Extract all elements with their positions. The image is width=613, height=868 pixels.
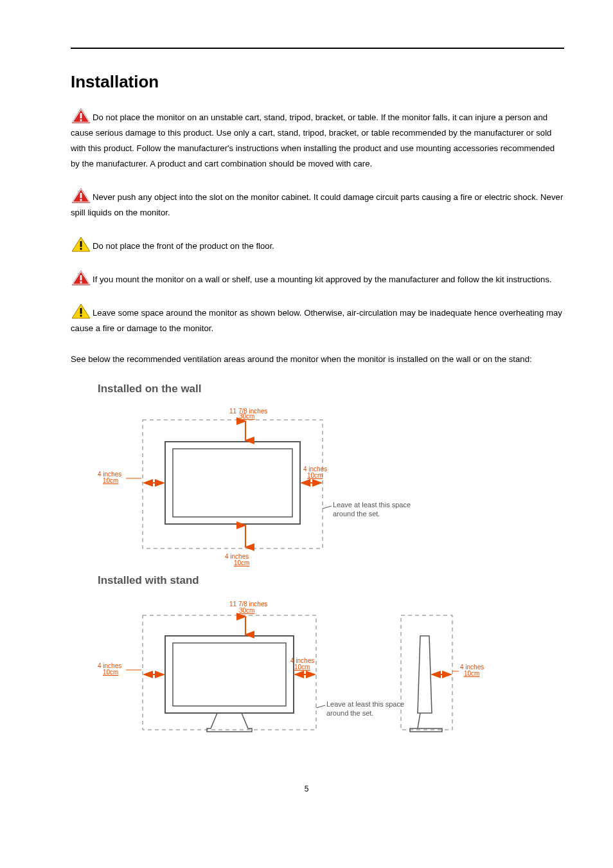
document-page: Installation Do not place the monitor on… [0, 0, 613, 868]
caution-paragraph: Do not place the front of the product on… [71, 236, 564, 254]
warning-paragraph: If you mount the monitor on a wall or sh… [71, 269, 564, 287]
diagram-label: 10cm [234, 559, 249, 566]
svg-rect-13 [80, 275, 82, 280]
diagram-note: around the set. [333, 510, 380, 518]
svg-rect-2 [80, 113, 82, 118]
svg-rect-27 [165, 636, 294, 713]
warning-text: Never push any object into the slot on t… [71, 192, 563, 217]
warning-paragraph: Never push any object into the slot on t… [71, 187, 564, 221]
caution-paragraph: Leave some space around the monitor as s… [71, 303, 564, 336]
diagram-label: 10cm [307, 472, 323, 479]
diagram-note: Leave at least this space [333, 501, 411, 509]
svg-rect-28 [173, 643, 286, 706]
svg-rect-7 [80, 199, 82, 201]
warning-red-icon [71, 107, 91, 124]
diagram-note: around the set. [326, 709, 373, 717]
warning-paragraph: Do not place the monitor on an unstable … [71, 107, 564, 172]
diagram-note: Leave at least this space [326, 700, 404, 708]
diagram-label: 10cm [294, 664, 310, 671]
caution-yellow-icon [71, 236, 91, 253]
warning-red-icon [71, 187, 91, 204]
body-text: See below the recommended ventilation ar… [71, 354, 532, 364]
diagram-label: 30cm [239, 607, 254, 614]
svg-rect-18 [143, 420, 323, 548]
page-number: 5 [0, 784, 613, 793]
svg-rect-19 [165, 442, 300, 524]
svg-rect-10 [80, 248, 82, 250]
svg-rect-20 [173, 449, 292, 517]
body-paragraph: See below the recommended ventilation ar… [71, 352, 564, 367]
diagram-label: 10cm [103, 669, 118, 676]
diagram-stand-svg: 11 7/8 inches 30cm 4 inches 10cm 4 inche… [98, 593, 496, 745]
diagram-wall-svg: 11 7/8 inches 30cm 4 inches 10cm 4 inche… [98, 402, 445, 569]
header-rule [71, 48, 564, 49]
diagram-stand-title: Installed with stand [98, 574, 564, 587]
svg-rect-14 [80, 282, 82, 284]
svg-rect-9 [80, 241, 82, 247]
diagram-label: 30cm [239, 413, 254, 420]
svg-rect-17 [80, 315, 82, 317]
warning-red-icon [71, 269, 91, 286]
svg-rect-16 [80, 308, 82, 314]
svg-rect-6 [80, 193, 82, 198]
warning-text: Do not place the monitor on an unstable … [71, 113, 555, 168]
diagram-label: 10cm [103, 477, 118, 484]
caution-text: Do not place the front of the product on… [93, 241, 274, 251]
warning-text: If you mount the monitor on a wall or sh… [93, 275, 552, 284]
diagrams-section: Installed on the wall [98, 383, 564, 745]
page-heading: Installation [71, 72, 564, 92]
diagram-label: 10cm [464, 670, 479, 677]
caution-text: Leave some space around the monitor as s… [71, 308, 562, 333]
diagram-wall-title: Installed on the wall [98, 383, 564, 395]
caution-yellow-icon [71, 303, 91, 320]
svg-rect-3 [80, 120, 82, 122]
